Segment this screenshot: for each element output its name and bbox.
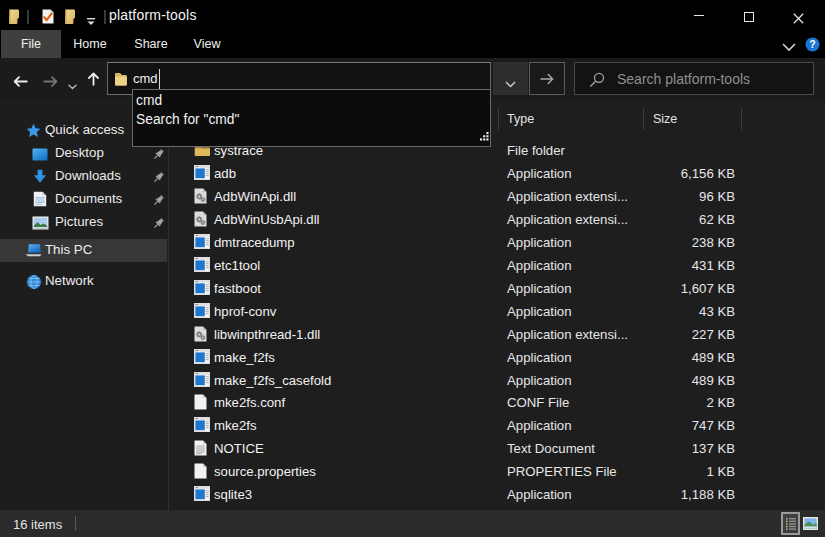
- svg-text:?: ?: [809, 38, 815, 50]
